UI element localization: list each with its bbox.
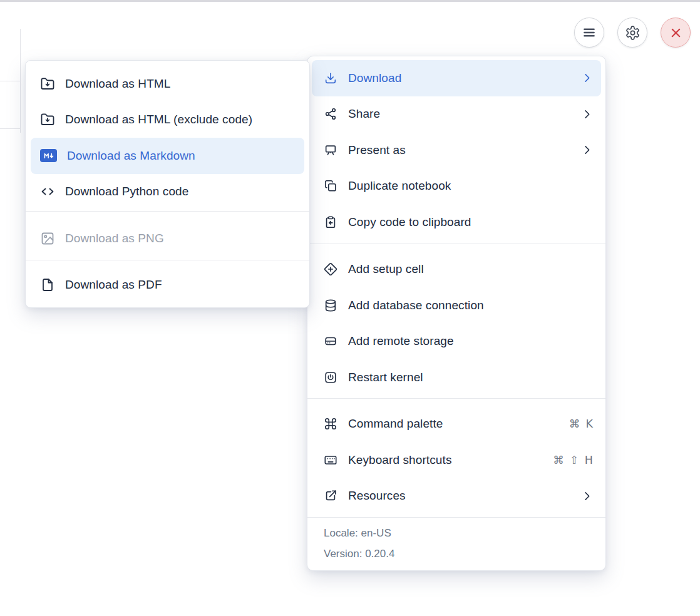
- submenu-item-label: Download as Markdown: [67, 149, 298, 163]
- menu-item-command-palette[interactable]: Command palette ⌘ K: [307, 406, 605, 443]
- download-submenu: Download as HTML Download as HTML (exclu…: [25, 60, 310, 308]
- submenu-item-label: Download as HTML: [65, 77, 298, 91]
- key-h: H: [585, 454, 593, 466]
- menu-separator: [307, 398, 605, 399]
- key-k: K: [585, 418, 593, 430]
- menu-item-label: Add database connection: [348, 299, 593, 312]
- menu-item-duplicate-notebook[interactable]: Duplicate notebook: [307, 168, 605, 205]
- submenu-item-label: Download as PNG: [65, 232, 298, 245]
- menu-item-label: Command palette: [348, 417, 558, 431]
- menu-item-present-as[interactable]: Present as: [307, 132, 605, 168]
- notebook-menu: Download Share Present as Duplicate note…: [307, 56, 606, 571]
- menu-item-share[interactable]: Share: [307, 96, 605, 133]
- close-icon: [669, 26, 683, 40]
- external-link-icon: [324, 489, 337, 503]
- folder-download-icon: [40, 76, 55, 91]
- hamburger-icon: [581, 24, 597, 41]
- clipboard-copy-icon: [324, 215, 337, 229]
- duplicate-icon: [324, 179, 337, 193]
- menu-item-restart-kernel[interactable]: Restart kernel: [307, 359, 605, 396]
- version-text: Version: 0.20.4: [307, 543, 605, 564]
- presentation-icon: [324, 143, 337, 157]
- key-shift: ⇧: [570, 454, 579, 466]
- chevron-right-icon: [581, 144, 593, 156]
- shortcut-keys: ⌘ ⇧ H: [553, 454, 593, 466]
- menu-item-label: Keyboard shortcuts: [348, 453, 542, 467]
- command-icon: [324, 417, 337, 431]
- menu-item-label: Resources: [348, 489, 570, 503]
- gear-icon: [625, 25, 641, 41]
- share-icon: [324, 107, 337, 121]
- menu-item-add-remote-storage[interactable]: Add remote storage: [307, 324, 605, 360]
- notebook-menu-button[interactable]: [574, 18, 604, 48]
- menu-item-label: Add remote storage: [348, 334, 593, 348]
- locale-text: Locale: en-US: [307, 523, 605, 543]
- download-icon: [324, 71, 337, 85]
- chevron-right-icon: [581, 108, 593, 120]
- file-icon: [40, 277, 55, 292]
- hard-drive-icon: [324, 334, 337, 348]
- submenu-item-download-png[interactable]: Download as PNG: [26, 220, 309, 257]
- menu-item-label: Restart kernel: [348, 371, 593, 384]
- menu-separator: [307, 244, 605, 244]
- submenu-item-download-html-exclude-code[interactable]: Download as HTML (exclude code): [26, 102, 309, 138]
- key-cmd: ⌘: [569, 418, 580, 430]
- settings-button[interactable]: [617, 18, 647, 48]
- submenu-item-label: Download Python code: [65, 185, 298, 198]
- menu-item-resources[interactable]: Resources: [307, 478, 605, 515]
- submenu-item-download-html[interactable]: Download as HTML: [26, 66, 309, 102]
- submenu-item-download-python-code[interactable]: Download Python code: [26, 174, 309, 210]
- background-cell-border: [0, 128, 21, 129]
- key-cmd: ⌘: [553, 454, 564, 466]
- submenu-item-label: Download as HTML (exclude code): [65, 113, 298, 126]
- code-icon: [40, 184, 55, 199]
- shortcut-keys: ⌘ K: [569, 418, 593, 430]
- chevron-right-icon: [581, 490, 593, 502]
- window-top-strip: [0, 0, 700, 2]
- submenu-item-label: Download as PDF: [65, 278, 298, 292]
- menu-item-label: Add setup cell: [348, 262, 593, 276]
- power-icon: [324, 371, 337, 384]
- menu-item-label: Share: [348, 107, 570, 121]
- background-cell-border: [0, 81, 21, 81]
- markdown-download-icon: [40, 149, 57, 162]
- submenu-item-download-pdf[interactable]: Download as PDF: [26, 267, 309, 304]
- menu-item-label: Present as: [348, 143, 570, 157]
- database-icon: [324, 299, 337, 312]
- menu-item-copy-code[interactable]: Copy code to clipboard: [307, 204, 605, 240]
- menu-item-keyboard-shortcuts[interactable]: Keyboard shortcuts ⌘ ⇧ H: [307, 442, 605, 478]
- menu-item-label: Duplicate notebook: [348, 179, 593, 193]
- menu-item-download[interactable]: Download: [312, 60, 601, 96]
- menu-item-add-database-connection[interactable]: Add database connection: [307, 287, 605, 324]
- menu-item-label: Download: [348, 71, 570, 85]
- folder-download-icon: [40, 112, 55, 127]
- submenu-item-download-markdown[interactable]: Download as Markdown: [31, 138, 304, 174]
- diamond-plus-icon: [324, 262, 337, 276]
- menu-separator: [26, 211, 309, 212]
- chevron-right-icon: [581, 72, 593, 84]
- menu-item-add-setup-cell[interactable]: Add setup cell: [307, 252, 605, 288]
- close-button[interactable]: [661, 18, 691, 48]
- menu-item-label: Copy code to clipboard: [348, 215, 593, 229]
- menu-separator: [26, 260, 309, 260]
- keyboard-icon: [324, 453, 337, 467]
- image-icon: [40, 231, 55, 246]
- menu-footer: Locale: en-US Version: 0.20.4: [307, 518, 605, 570]
